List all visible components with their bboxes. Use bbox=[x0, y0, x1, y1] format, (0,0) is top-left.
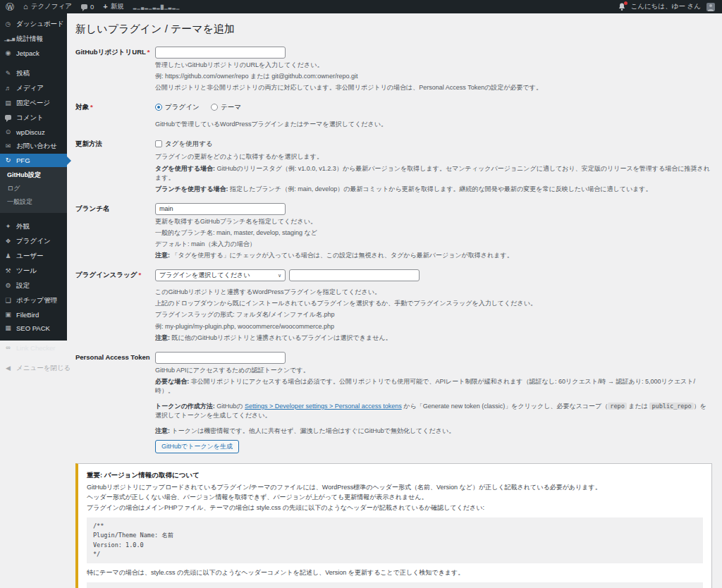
required-asterisk: * bbox=[139, 271, 142, 278]
plugin-icon: ❖ bbox=[4, 238, 12, 245]
notification-dot bbox=[624, 1, 628, 5]
text-segment: 必要な場合: bbox=[155, 378, 189, 385]
sidebar-item-label: FileBird bbox=[16, 311, 39, 319]
sidebar-item-label: ポチップ管理 bbox=[16, 296, 57, 305]
home-icon: ⌂ bbox=[23, 3, 28, 11]
branch-name-input[interactable] bbox=[155, 203, 286, 215]
form-row-slug: プラグインスラッグ* プラグインを選択してください ∨ このGitHubリポジト… bbox=[75, 269, 712, 343]
submenu-item-github-settings[interactable]: GitHub設定 bbox=[0, 169, 67, 182]
seo-grid-icon: ▦ bbox=[4, 325, 12, 331]
generate-token-button[interactable]: GitHubでトークンを生成 bbox=[155, 440, 239, 453]
required-asterisk: * bbox=[147, 48, 150, 56]
wp-logo-menu[interactable]: Ⓦ bbox=[6, 3, 14, 11]
sync-icon: ↻ bbox=[4, 157, 12, 164]
text-segment: 既に他のGitHubリポジトリと連携されているプラグインは選択できません。 bbox=[170, 334, 392, 341]
sidebar-item-dashboard[interactable]: ◷ ダッシュボード bbox=[0, 17, 67, 32]
plugin-slug-input[interactable] bbox=[289, 269, 420, 281]
folder-icon: ▣ bbox=[4, 312, 12, 318]
sidebar-item-appearance[interactable]: ✦ 外観 bbox=[0, 219, 67, 234]
sidebar-item-posts[interactable]: ✎ 投稿 bbox=[0, 66, 67, 81]
sidebar-item-stats[interactable]: ▁▄▂▆ 統計情報 bbox=[0, 32, 67, 47]
sidebar-item-pfg[interactable]: ↻ PFG bbox=[0, 154, 67, 167]
notice-paragraph: ヘッダー形式が正しくない場合、バージョン情報を取得できず、バージョンが上がっても… bbox=[87, 493, 703, 503]
admin-sidebar: ◷ ダッシュボード ▁▄▂▆ 統計情報 ◉ Jetpack ✎ 投稿 ♬ メディ… bbox=[0, 13, 67, 341]
sidebar-item-collapse-menu[interactable]: ◀ メニューを閉じる bbox=[0, 361, 67, 376]
radio-selected-icon bbox=[155, 104, 162, 111]
form-row-target: 対象* プラグイン テーマ GitHubで管理しているWordPressプラグイ… bbox=[75, 101, 712, 129]
text-segment: GitHubのリリースタグ（例: v1.0.0, v1.2.3）から最新バージョ… bbox=[155, 165, 710, 181]
field-description: ブランチを使用する場合: 指定したブランチ（例: main, develop）の… bbox=[155, 185, 712, 194]
sidebar-item-tools[interactable]: ⚒ ツール bbox=[0, 264, 67, 278]
field-description: このGitHubリポジトリと連携するWordPressプラグインを指定してくださ… bbox=[155, 288, 712, 297]
repo-url-input[interactable] bbox=[155, 47, 286, 59]
submenu-item-general-settings[interactable]: 一般設定 bbox=[0, 195, 67, 209]
sidebar-item-seopack[interactable]: ▦ SEO PACK bbox=[0, 321, 67, 335]
sidebar-item-plugins[interactable]: ❖ プラグイン bbox=[0, 234, 67, 249]
use-tags-checkbox[interactable]: タグを使用する bbox=[155, 140, 213, 149]
text-segment: 注意: bbox=[155, 252, 170, 259]
sidebar-item-jetpack[interactable]: ◉ Jetpack bbox=[0, 47, 67, 60]
menu-separator bbox=[0, 355, 67, 361]
text-segment: ブランチを使用する場合: bbox=[155, 185, 228, 192]
appearance-brush-icon: ✦ bbox=[4, 223, 12, 230]
submenu-item-log[interactable]: ログ bbox=[0, 182, 67, 195]
field-description: トークンの作成方法: GitHubの Settings > Developer … bbox=[155, 402, 712, 420]
field-description: 上記のドロップダウンから既にインストールされているプラグインを選択するか、手動で… bbox=[155, 299, 712, 308]
sidebar-item-label: 設定 bbox=[16, 281, 30, 290]
notifications-button[interactable] bbox=[618, 3, 625, 11]
sidebar-item-settings[interactable]: ⚙ 設定 bbox=[0, 278, 67, 293]
chevron-down-icon: ∨ bbox=[278, 273, 281, 278]
sidebar-item-label: ダッシュボード bbox=[16, 20, 64, 29]
sidebar-item-label: 統計情報 bbox=[16, 35, 43, 44]
radio-plugin[interactable]: プラグイン bbox=[155, 103, 200, 112]
sidebar-item-pages[interactable]: ▤ 固定ページ bbox=[0, 96, 67, 111]
sidebar-item-label: 投稿 bbox=[16, 69, 30, 78]
sidebar-item-label: メニューを閉じる bbox=[16, 364, 71, 373]
form-row-repo-url: GitHubリポジトリURL* 管理したいGitHubリポジトリのURLを入力し… bbox=[75, 46, 712, 92]
user-icon: ♟ bbox=[4, 253, 12, 259]
wpdiscuz-icon: ⊙ bbox=[4, 129, 12, 135]
field-description: タグを使用する場合: GitHubのリリースタグ（例: v1.0.0, v1.2… bbox=[155, 164, 712, 183]
sidebar-item-contact[interactable]: ✉ お問い合わせ bbox=[0, 139, 67, 154]
sidebar-item-label: ユーザー bbox=[16, 252, 43, 261]
radio-theme[interactable]: テーマ bbox=[211, 103, 241, 112]
text-segment: 「タグを使用する」にチェックが入っている場合は、この設定は無視され、タグから最新… bbox=[170, 252, 513, 259]
sidebar-item-label: プラグイン bbox=[16, 237, 51, 246]
checkbox-unchecked-icon bbox=[155, 140, 162, 147]
main-content: 新しいプラグイン / テーマを追加 GitHubリポジトリURL* 管理したいG… bbox=[67, 13, 722, 588]
pages-icon: ▤ bbox=[4, 100, 12, 106]
sidebar-item-comments[interactable]: コメント bbox=[0, 111, 67, 125]
plugin-select[interactable]: プラグインを選択してください ∨ bbox=[155, 269, 286, 281]
site-name: テクノフィア bbox=[31, 2, 72, 11]
access-token-input[interactable] bbox=[155, 352, 286, 364]
new-content-menu[interactable]: + 新規 bbox=[103, 2, 123, 11]
inline-link[interactable]: Settings > Developer settings > Personal… bbox=[245, 403, 402, 410]
site-name-link[interactable]: ⌂ テクノフィア bbox=[23, 2, 72, 11]
sidebar-item-media[interactable]: ♬ メディア bbox=[0, 81, 67, 96]
wordpress-logo-icon: Ⓦ bbox=[6, 3, 14, 11]
field-description: GitHubで管理しているWordPressプラグインまたはテーマを選択してくだ… bbox=[155, 120, 712, 129]
field-description: 注意: トークンは機密情報です。他人に共有せず、漏洩した場合はすぐにGitHub… bbox=[155, 427, 712, 436]
sidebar-item-label: コメント bbox=[16, 114, 44, 123]
comments-menu[interactable]: 0 bbox=[81, 3, 94, 11]
sidebar-item-label: ツール bbox=[16, 267, 37, 276]
stats-sparkline[interactable]: ▂▁▄▂▁▃▂█▁▃▂▁ bbox=[133, 5, 180, 9]
sidebar-item-pochipp[interactable]: ❑ ポチップ管理 bbox=[0, 293, 67, 308]
media-icon: ♬ bbox=[4, 85, 12, 92]
sidebar-item-label: Link Checker bbox=[16, 344, 55, 352]
sidebar-item-linkchecker[interactable]: ∞ Link Checker bbox=[0, 341, 67, 355]
notice-title: 重要: バージョン情報の取得について bbox=[87, 471, 703, 480]
field-label: GitHubリポジトリURL* bbox=[75, 46, 155, 92]
sidebar-item-label: SEO PACK bbox=[16, 324, 50, 332]
sidebar-item-label: 外観 bbox=[16, 222, 30, 231]
sidebar-item-users[interactable]: ♟ ユーザー bbox=[0, 249, 67, 264]
pochipp-icon: ❑ bbox=[4, 298, 12, 304]
user-avatar[interactable] bbox=[706, 3, 715, 11]
field-description: GitHub APIにアクセスするための認証トークンです。 bbox=[155, 366, 712, 375]
sidebar-item-filebird[interactable]: ▣ FileBird bbox=[0, 308, 67, 321]
sidebar-item-label: メディア bbox=[16, 84, 44, 93]
sidebar-item-wpdiscuz[interactable]: ⊙ wpDiscuz bbox=[0, 125, 67, 139]
pfg-submenu: GitHub設定 ログ 一般設定 bbox=[0, 167, 67, 213]
comments-count: 0 bbox=[90, 3, 94, 11]
sidebar-item-label: PFG bbox=[16, 157, 30, 164]
